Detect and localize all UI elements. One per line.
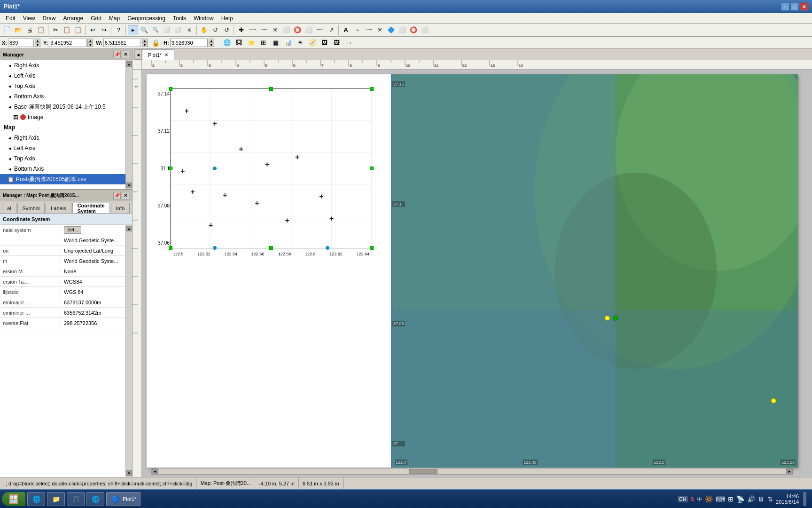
x-input[interactable] [8,39,34,47]
start-button[interactable]: 🪟 [2,492,25,506]
sys-icon-sun[interactable]: 🔆 [705,495,713,503]
tab-info[interactable]: Info [111,203,130,213]
layer-top-axis-1[interactable]: ◄ Top Axis [0,81,125,91]
tab-coordinate-system[interactable]: Coordinate System [72,203,110,213]
redo-btn[interactable]: ↪ [99,25,109,35]
undo-btn[interactable]: ↩ [87,25,98,35]
sys-icon-arrows[interactable]: ⇅ [767,495,773,503]
y-input[interactable] [49,39,86,47]
cursor-btn[interactable]: ⛾ [234,38,244,48]
layer-csv[interactable]: 📋 Post-桑沟湾201505副本.csv [0,174,125,184]
w-up-arrow[interactable]: ▲ [142,39,148,43]
menu-draw[interactable]: Draw [39,14,59,23]
scroll-down-btn[interactable]: ▼ [126,183,132,188]
taskbar-explorer[interactable]: 📁 [47,492,65,506]
y-up-arrow[interactable]: ▲ [87,39,93,43]
h-down-arrow[interactable]: ▼ [209,43,214,47]
menu-tools[interactable]: Tools [169,14,190,23]
taskbar-chrome[interactable]: 🌐 [86,492,104,506]
menu-arrange[interactable]: Arrange [60,14,87,23]
menu-geoprocessing[interactable]: Geoprocessing [124,14,169,23]
h-up-arrow[interactable]: ▲ [209,39,214,43]
tab-prev-arrow[interactable]: ◄ [134,49,142,60]
sun-btn[interactable]: ☀ [295,38,305,48]
add-node-btn[interactable]: ✚ [236,25,246,35]
menu-edit[interactable]: Edit [2,14,19,23]
h-scrollbar[interactable]: ◄ ► [151,468,793,475]
x-up-arrow[interactable]: ▲ [35,39,40,43]
grid2-btn[interactable]: ⊞ [258,38,269,48]
arrow-btn[interactable]: ↗ [326,25,336,35]
layer-left-axis-1[interactable]: ◄ Left Axis [0,71,125,81]
w-input[interactable] [103,39,141,47]
copy-btn[interactable]: 📋 [62,25,72,35]
new-btn[interactable]: 📄 [2,25,12,35]
refresh-btn[interactable]: ↺ [221,25,232,35]
taskbar-surfer[interactable]: 🔵 Plot1* [106,492,141,506]
props-close-btn[interactable]: ✕ [122,192,129,199]
w-down-arrow[interactable]: ▼ [142,43,148,47]
props-scrollbar[interactable]: ▲ ▼ [125,225,132,477]
photo-btn[interactable]: 🖼 [320,38,330,48]
print2-btn[interactable]: 📋 [36,25,46,35]
props-scroll-down[interactable]: ▼ [126,470,132,476]
sys-icon-kb[interactable]: ⌨ [716,495,725,503]
lock-button[interactable]: 🔒 [150,38,161,48]
globe-btn[interactable]: 🌐 [222,38,232,48]
zoom-extent-btn[interactable]: ⬜ [162,25,172,35]
layer-base[interactable]: ◄ Base-屏幕快照 2015-06-14 上午10.5 [0,102,125,112]
zoom-all-btn[interactable]: ⛯ [184,25,195,35]
taskbar-media[interactable]: 🎵 [67,492,85,506]
rect2-btn[interactable]: ⬜ [397,25,407,35]
taskbar-ie[interactable]: 🌐 [27,492,45,506]
layer-left-axis-2[interactable]: ◄ Left Axis [0,143,125,153]
h-scroll-left[interactable]: ◄ [152,468,158,474]
zoom-out-btn[interactable]: 🔍 [150,25,161,35]
panel-close-btn[interactable]: ✕ [122,51,129,58]
star-btn[interactable]: ✳ [270,25,280,35]
h-scroll-thumb[interactable] [409,469,437,474]
minimize-button[interactable]: − [781,2,789,11]
paste-btn[interactable]: 📋 [73,25,83,35]
sys-icon-vol[interactable]: 🔊 [747,495,755,503]
set-button[interactable]: Set... [64,226,81,234]
print-btn[interactable]: 🖨 [24,25,35,35]
menu-help[interactable]: Help [218,14,237,23]
props-scroll-up[interactable]: ▲ [126,226,132,231]
curve-btn[interactable]: ~ [352,25,362,35]
rect-btn[interactable]: ⬜ [281,25,291,35]
tab-al[interactable]: al [2,203,16,213]
tree-scrollbar[interactable]: ▲ ▼ [125,60,132,189]
zoom-in-btn[interactable]: 🔍 [139,25,149,35]
layer-bottom-axis-1[interactable]: ◄ Bottom Axis [0,91,125,102]
compass-btn[interactable]: 🧭 [307,38,318,48]
sys-icon-monitor[interactable]: 🖥 [758,495,765,503]
star2-btn[interactable]: ⭐ [246,38,257,48]
cut-btn[interactable]: ✂ [50,25,61,35]
circle2-btn[interactable]: ⭕ [408,25,419,35]
chart-btn[interactable]: 📊 [283,38,293,48]
select-btn[interactable]: ▸ [128,25,138,35]
show-desktop-btn[interactable] [804,492,806,506]
oval2-btn[interactable]: ⬜ [420,25,430,35]
menu-map[interactable]: Map [105,14,124,23]
scroll-up-btn[interactable]: ▲ [126,61,132,67]
grid-btn[interactable]: ✳ [375,25,385,35]
props-pin-btn[interactable]: 📌 [113,192,121,199]
circle-btn[interactable]: ⭕ [292,25,303,35]
zoom-sel-btn[interactable]: ⬜ [173,25,183,35]
h-input[interactable] [170,39,208,47]
rotate-btn[interactable]: ↺ [210,25,220,35]
text-btn[interactable]: A [341,25,351,35]
x-down-arrow[interactable]: ▼ [35,43,40,47]
oval-btn[interactable]: ⬜ [304,25,314,35]
img2-btn[interactable]: 🖼 [332,38,342,48]
close-button[interactable]: ✕ [800,2,808,11]
tab-labels[interactable]: Labels [46,203,71,213]
table-btn[interactable]: ▦ [271,38,281,48]
arc-btn[interactable]: 〰 [315,25,325,35]
sys-icon-wifi[interactable]: 📡 [736,495,744,503]
layer-right-axis-1[interactable]: ◄ Right Axis [0,60,125,71]
map-tab-close-btn[interactable]: ✕ [164,52,168,57]
layer-image[interactable]: 🖼 Image [0,112,125,122]
